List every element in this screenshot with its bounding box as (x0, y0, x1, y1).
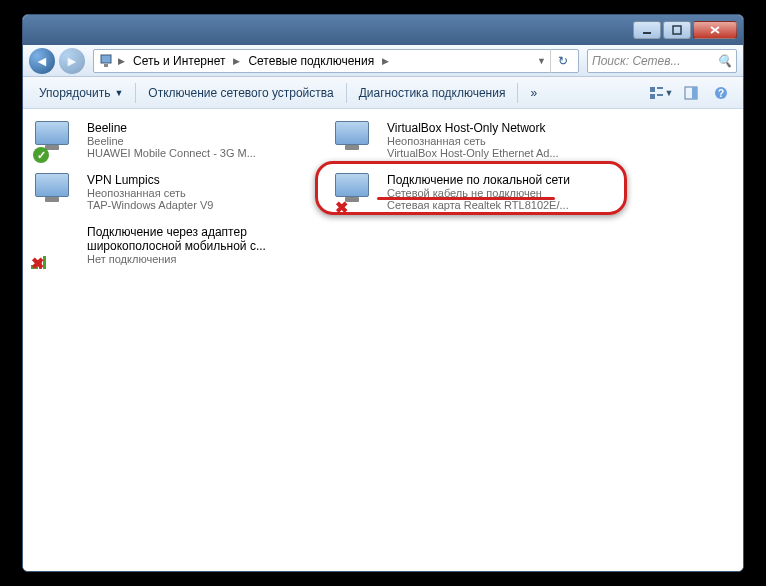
search-icon: 🔍 (717, 54, 732, 68)
separator (135, 83, 136, 103)
connection-icon (335, 121, 379, 161)
close-button[interactable] (693, 21, 737, 39)
navbar: ◄ ► ▶ Сеть и Интернет ▶ Сетевые подключе… (23, 45, 743, 77)
connection-icon: ✓ (35, 121, 79, 161)
connection-item[interactable]: VPN Lumpics Неопознанная сеть TAP-Window… (31, 169, 311, 217)
breadcrumb[interactable]: ▶ Сеть и Интернет ▶ Сетевые подключения … (93, 49, 579, 73)
connection-item[interactable]: VirtualBox Host-Only Network Неопознанна… (331, 117, 611, 165)
svg-rect-4 (650, 87, 655, 92)
connection-name: VPN Lumpics (87, 173, 307, 187)
forward-button: ► (59, 48, 85, 74)
connection-status: Нет подключения (87, 253, 307, 265)
connection-status: Сетевой кабель не подключен (387, 187, 607, 199)
separator (517, 83, 518, 103)
search-input[interactable]: Поиск: Сетев... 🔍 (587, 49, 737, 73)
connection-device: TAP-Windows Adapter V9 (87, 199, 307, 211)
diagnose-button[interactable]: Диагностика подключения (351, 82, 514, 104)
connection-status: Неопознанная сеть (387, 135, 607, 147)
connection-name: Подключение через адаптер широкополосной… (87, 225, 307, 253)
connection-item[interactable]: ✖ Подключение через адаптер широкополосн… (31, 221, 311, 269)
connection-icon: ✖ (335, 173, 379, 213)
svg-rect-5 (657, 87, 663, 89)
disable-device-button[interactable]: Отключение сетевого устройства (140, 82, 341, 104)
titlebar[interactable] (23, 15, 743, 45)
connection-name: Beeline (87, 121, 307, 135)
connection-icon (35, 173, 79, 213)
separator (346, 83, 347, 103)
back-button[interactable]: ◄ (29, 48, 55, 74)
explorer-window: ◄ ► ▶ Сеть и Интернет ▶ Сетевые подключе… (22, 14, 744, 572)
svg-text:?: ? (718, 88, 724, 99)
dropdown-icon[interactable]: ▼ (537, 56, 546, 66)
svg-rect-9 (692, 87, 697, 99)
connection-name: Подключение по локальной сети (387, 173, 607, 187)
connection-item[interactable]: ✖ Подключение по локальной сети Сетевой … (331, 169, 611, 217)
preview-pane-button[interactable] (677, 82, 705, 104)
svg-rect-6 (650, 94, 655, 99)
status-error-icon: ✖ (333, 199, 349, 215)
svg-rect-2 (101, 55, 111, 63)
svg-rect-0 (643, 32, 651, 34)
connection-device: Сетевая карта Realtek RTL8102E/... (387, 199, 607, 211)
chevron-icon: ▶ (233, 56, 240, 66)
svg-rect-7 (657, 94, 663, 96)
connection-item[interactable]: ✓ Beeline Beeline HUAWEI Mobile Connect … (31, 117, 311, 165)
toolbar: Упорядочить ▼ Отключение сетевого устрой… (23, 77, 743, 109)
minimize-button[interactable] (633, 21, 661, 39)
content-area: ✓ Beeline Beeline HUAWEI Mobile Connect … (23, 109, 743, 571)
status-error-icon: ✖ (29, 255, 45, 271)
breadcrumb-part2[interactable]: Сетевые подключения (244, 52, 378, 70)
breadcrumb-part1[interactable]: Сеть и Интернет (129, 52, 229, 70)
network-icon (98, 53, 114, 69)
organize-button[interactable]: Упорядочить ▼ (31, 82, 131, 104)
view-options-button[interactable]: ▼ (647, 82, 675, 104)
connection-name: VirtualBox Host-Only Network (387, 121, 607, 135)
more-button[interactable]: » (522, 82, 545, 104)
connection-device: VirtualBox Host-Only Ethernet Ad... (387, 147, 607, 159)
status-ok-icon: ✓ (33, 147, 49, 163)
connection-status: Неопознанная сеть (87, 187, 307, 199)
help-button[interactable]: ? (707, 82, 735, 104)
refresh-button[interactable]: ↻ (550, 49, 574, 73)
chevron-icon: ▶ (118, 56, 125, 66)
connection-status: Beeline (87, 135, 307, 147)
chevron-icon: ▶ (382, 56, 389, 66)
svg-rect-3 (104, 64, 108, 67)
connection-device: HUAWEI Mobile Connect - 3G M... (87, 147, 307, 159)
connection-icon: ✖ (35, 225, 79, 265)
search-placeholder: Поиск: Сетев... (592, 54, 681, 68)
maximize-button[interactable] (663, 21, 691, 39)
svg-rect-1 (673, 26, 681, 34)
